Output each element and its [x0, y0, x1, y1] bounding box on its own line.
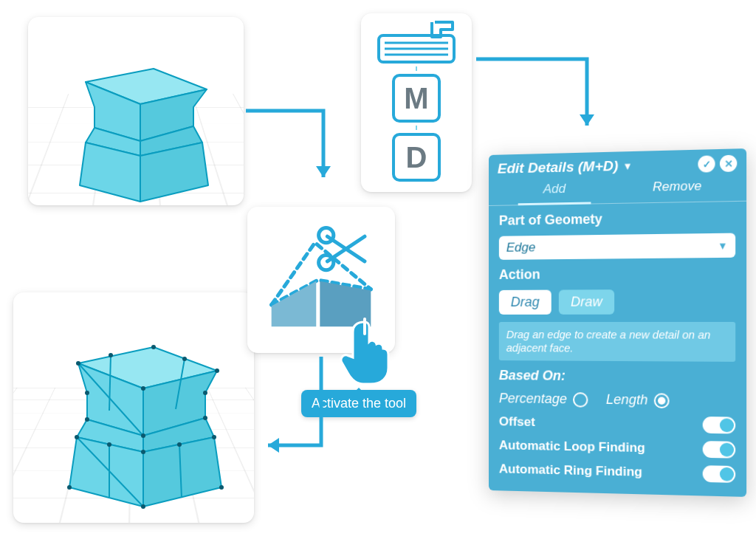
svg-point-30 — [141, 433, 145, 438]
mesh-simple — [28, 17, 244, 205]
loop-toggle[interactable] — [703, 441, 735, 459]
arrow-keyboard-to-panel — [472, 52, 620, 148]
svg-point-38 — [177, 442, 182, 447]
basedon-label: Based On: — [499, 368, 735, 385]
cursor-hand-icon — [340, 318, 391, 384]
action-draw-button[interactable]: Draw — [559, 289, 614, 315]
svg-point-27 — [203, 391, 207, 395]
action-hint: Drag an edge to create a new detail on a… — [499, 322, 735, 362]
svg-point-20 — [76, 361, 80, 366]
svg-point-37 — [107, 442, 111, 447]
geometry-select[interactable]: Edge ▼ — [499, 233, 735, 260]
svg-point-25 — [182, 357, 187, 361]
tab-add[interactable]: Add — [495, 177, 615, 205]
viewport-after — [13, 292, 254, 523]
offset-toggle[interactable] — [703, 416, 735, 433]
chevron-down-icon: ▼ — [718, 240, 728, 252]
viewport-before — [28, 17, 244, 205]
keyboard-icon — [376, 21, 457, 64]
arrow-tool-to-result — [255, 353, 343, 464]
loop-label: Automatic Loop Finding — [499, 438, 645, 456]
basedon-length-radio[interactable] — [654, 393, 670, 408]
basedon-length-label: Length — [606, 392, 648, 408]
collapse-icon: ▼ — [622, 160, 632, 172]
svg-point-28 — [85, 417, 89, 422]
offset-label: Offset — [499, 414, 535, 430]
svg-point-33 — [141, 450, 145, 454]
svg-point-24 — [109, 353, 113, 357]
svg-point-21 — [151, 345, 156, 349]
svg-marker-39 — [316, 166, 331, 177]
key-d: D — [392, 133, 441, 182]
svg-point-26 — [85, 391, 89, 395]
svg-point-36 — [219, 485, 224, 490]
close-button[interactable]: ✕ — [720, 155, 737, 172]
panel-title[interactable]: Edit Details (M+D)▼ — [498, 157, 633, 177]
keyboard-shortcut-card: M D — [361, 13, 472, 192]
svg-point-23 — [141, 386, 145, 391]
confirm-button[interactable]: ✓ — [698, 155, 715, 172]
edit-details-panel: Edit Details (M+D)▼ ✓ ✕ Add Remove Part … — [489, 148, 746, 497]
svg-marker-52 — [268, 438, 279, 453]
tab-remove[interactable]: Remove — [615, 175, 740, 203]
arrow-viewport-to-tool — [242, 107, 346, 210]
geometry-label: Part of Geomety — [499, 209, 735, 228]
svg-point-31 — [75, 435, 79, 439]
svg-point-34 — [67, 485, 72, 490]
svg-point-35 — [141, 504, 145, 509]
ring-label: Automatic Ring Finding — [499, 462, 642, 481]
key-m: M — [392, 74, 441, 123]
svg-marker-45 — [272, 281, 317, 326]
svg-marker-44 — [580, 114, 594, 126]
basedon-percentage-radio[interactable] — [573, 392, 588, 408]
mesh-detailed — [13, 292, 254, 523]
svg-point-22 — [215, 368, 219, 373]
action-drag-button[interactable]: Drag — [499, 290, 551, 315]
svg-point-32 — [212, 435, 216, 439]
ring-toggle[interactable] — [703, 465, 735, 483]
action-label: Action — [499, 265, 735, 283]
svg-point-29 — [203, 416, 207, 420]
basedon-percentage-label: Percentage — [499, 391, 567, 407]
